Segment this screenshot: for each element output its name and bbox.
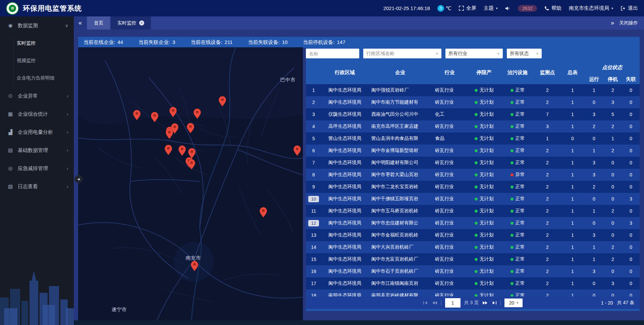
table-row[interactable]: 3仪陇生态环境局西南油气田分公司川中化工无计划正常71350 <box>306 108 640 120</box>
limit-status-text: 无计划 <box>480 111 494 117</box>
help-button[interactable]: 帮助 <box>544 5 561 11</box>
map-city-label: 南充市 <box>186 255 201 261</box>
map-canvas[interactable]: 巴中市南充市遂宁市 <box>78 47 303 320</box>
sidebar-item-enterprise-statistics[interactable]: ▦企业综合统计‹ <box>0 105 74 123</box>
first-page-button[interactable] <box>423 301 428 305</box>
cell-industry: 砖瓦行业 <box>432 217 467 229</box>
tab-realtime[interactable]: 实时监控× <box>111 16 151 30</box>
table-row[interactable]: 13阆中生态环境局阆中市金福旺页岩机砖砖瓦行业无计划正常21300 <box>306 229 640 241</box>
table-row[interactable]: 11阆中生态环境局阆中市五马桥页岩机砖砖瓦行业无计划正常21120 <box>306 205 640 217</box>
table-row[interactable]: 7阆中生态环境局阆中明阳建材有限公司砖瓦行业无计划正常21300 <box>306 157 640 169</box>
cell-points: 1 <box>534 132 560 145</box>
page-number-input[interactable] <box>445 298 461 308</box>
cell-industry: 砖瓦行业 <box>432 96 467 108</box>
tab-close-icon[interactable]: × <box>139 20 144 25</box>
column-header: 行政区域 <box>321 61 368 84</box>
cell-meters: 1 <box>560 120 585 132</box>
table-row[interactable]: 16阆中生态环境局阆中市石子页岩机砖厂砖瓦行业无计划正常21300 <box>306 265 640 277</box>
sidebar-subitem-realtime-monitor[interactable]: 实时监控 <box>0 35 74 52</box>
sidebar-item-enterprise-abnormal[interactable]: ⊙企业异常‹ <box>0 87 74 105</box>
cell-limit-status: 无计划 <box>467 181 501 193</box>
next-page-button[interactable] <box>482 301 488 305</box>
cell-company: 阆中强锐页岩砖厂 <box>368 84 432 96</box>
cell-run: 1 <box>585 253 603 265</box>
sidebar-item-base-data[interactable]: ▤基础数据管理‹ <box>0 141 74 159</box>
region-filter-select[interactable]: 行政区域名称 ∨ <box>363 49 441 58</box>
limit-status-text: 无计划 <box>480 268 494 274</box>
status-dot <box>475 149 478 152</box>
cell-facility-status: 正常 <box>501 193 534 205</box>
map-city-label: 巴中市 <box>280 77 296 83</box>
sidebar-item-data-monitoring[interactable]: ◉数据监测∨ <box>0 16 74 35</box>
status-filter-select[interactable]: 所有状态 ∨ <box>507 49 542 58</box>
table-row[interactable]: 12阆中生态环境局阆中市忠信建材有限公砖瓦行业无计划正常21003 <box>306 217 640 229</box>
facility-status-text: 正常 <box>516 136 525 142</box>
close-operations-button[interactable]: 关闭操作 <box>619 20 638 26</box>
notification-count-badge[interactable]: 2632 <box>518 5 537 12</box>
top-bar: ✿ 环保用电监管系统 2021-02-25 17:46:18 0 ℃ 全屏 主题… <box>0 0 644 16</box>
cell-stop: 0 <box>603 157 622 169</box>
tabs-scroll-right-button[interactable]: » <box>611 19 614 26</box>
sidebar-item-label: 数据监测 <box>18 22 38 29</box>
cell-region: 高坪生态环境局 <box>321 120 368 132</box>
status-dot <box>475 173 478 176</box>
fullscreen-button[interactable]: 全屏 <box>459 5 476 11</box>
cell-industry: 砖瓦行业 <box>432 205 467 217</box>
table-row[interactable]: 9阆中生态环境局阆中市二龙长宝页岩砖砖瓦行业无计划正常21200 <box>306 181 640 193</box>
table-row[interactable]: 15阆中生态环境局阆中市光富页岩机砖厂砖瓦行业无计划正常21120 <box>306 253 640 265</box>
org-label: 南充市生态环境局 <box>569 5 609 11</box>
cell-stop: 0 <box>603 229 622 241</box>
theme-dropdown[interactable]: 主题 ▾ <box>484 5 498 11</box>
enterprise-panel: 行政区域名称 ∨ 所有行业 ∨ 所有状态 ∨ 行政区域企业行业停限产治污设施监测… <box>306 47 640 311</box>
industry-filter-select[interactable]: 所有行业 ∨ <box>445 49 503 58</box>
org-dropdown[interactable]: 南充市生态环境局 ▾ <box>569 5 613 11</box>
cell-run: 0 <box>585 132 603 145</box>
cell-run: 1 <box>585 145 603 157</box>
cell-meters: 1 <box>560 289 585 296</box>
cell-stop: 0 <box>603 181 622 193</box>
prev-page-icon <box>432 301 437 305</box>
chevron-down-icon: ∨ <box>497 51 500 56</box>
page-size-select[interactable]: 20 ▾ <box>504 299 523 307</box>
sidebar-item-log-view[interactable]: ▧日志查看‹ <box>0 177 74 196</box>
cell-run: 1 <box>585 205 603 217</box>
cell-run: 3 <box>585 229 603 241</box>
sidebar-subitem-power-load-detail[interactable]: 企业电力负荷明细 <box>0 69 74 87</box>
sidebar-item-emergency-reduction[interactable]: ◎应急减排管理‹ <box>0 159 74 177</box>
fullscreen-label: 全屏 <box>466 5 476 11</box>
table-row[interactable]: 1阆中生态环境局阆中强锐页岩砖厂砖瓦行业无计划正常21120 <box>306 84 640 96</box>
cell-run: 0 <box>585 217 603 229</box>
sidebar-item-power-analysis[interactable]: ▟企业用电量分析‹ <box>0 123 74 141</box>
app-logo: ✿ <box>6 2 19 15</box>
sidebar-subitem-video-monitor[interactable]: 视频监控 <box>0 52 74 69</box>
cell-region: 阆中生态环境局 <box>321 157 368 169</box>
table-row[interactable]: 6阆中生态环境局阆中市金博瑞新型墙材砖瓦行业无计划正常21120 <box>306 145 640 157</box>
column-header: 企业 <box>368 61 432 84</box>
map-collapse-handle[interactable]: ◀ <box>74 175 83 183</box>
table-row[interactable]: 14阆中生态环境局阆中大兴页岩机砖厂砖瓦行业无计划正常21120 <box>306 241 640 253</box>
last-page-button[interactable] <box>492 301 497 305</box>
table-row[interactable]: 17阆中生态环境局阆中市江南镇阆南页岩砖瓦行业无计划正常21030 <box>306 277 640 289</box>
cell-meters: 1 <box>560 169 585 181</box>
notification-speaker-button[interactable] <box>505 6 511 11</box>
name-filter-input[interactable] <box>306 49 359 58</box>
stat-label: 当前失联设备: <box>248 39 279 46</box>
logout-button[interactable]: 退出 <box>621 5 638 11</box>
cell-company: 阆中市石子页岩机砖厂 <box>368 265 432 277</box>
prev-page-button[interactable] <box>432 301 437 305</box>
status-dot <box>511 198 514 201</box>
cell-meters: 1 <box>560 253 585 265</box>
table-row[interactable]: 4高坪生态环境局南充市高坪区王家店建砖瓦行业无计划正常31220 <box>306 120 640 132</box>
table-row[interactable]: 2阆中生态环境局阆中市南方节能建材有砖瓦行业无计划正常21030 <box>306 96 640 108</box>
table-row[interactable]: 10阆中生态环境局阆中千佛镇五郎垭页岩砖瓦行业无计划正常21003 <box>306 193 640 205</box>
table-row[interactable]: 18南部生态环境局南部县页岩砖建材有限砖瓦行业无计划正常21000 <box>306 289 640 296</box>
cell-lost: 0 <box>622 132 640 145</box>
tab-home[interactable]: 首页 <box>87 16 110 30</box>
cell-lost: 0 <box>622 157 640 169</box>
table-row[interactable]: 8阆中生态环境局阆中市枣碧大梁山页岩砖瓦行业无计划异常21300 <box>306 169 640 181</box>
help-label: 帮助 <box>551 5 561 11</box>
map-panel[interactable]: 巴中市南充市遂宁市 <box>78 47 303 320</box>
logout-label: 退出 <box>628 5 638 11</box>
table-row[interactable]: 5营山生态环境局营山县润丰肉食品有限食品无计划正常10010 <box>306 132 640 145</box>
tabs-scroll-left-button[interactable]: « <box>74 16 87 30</box>
